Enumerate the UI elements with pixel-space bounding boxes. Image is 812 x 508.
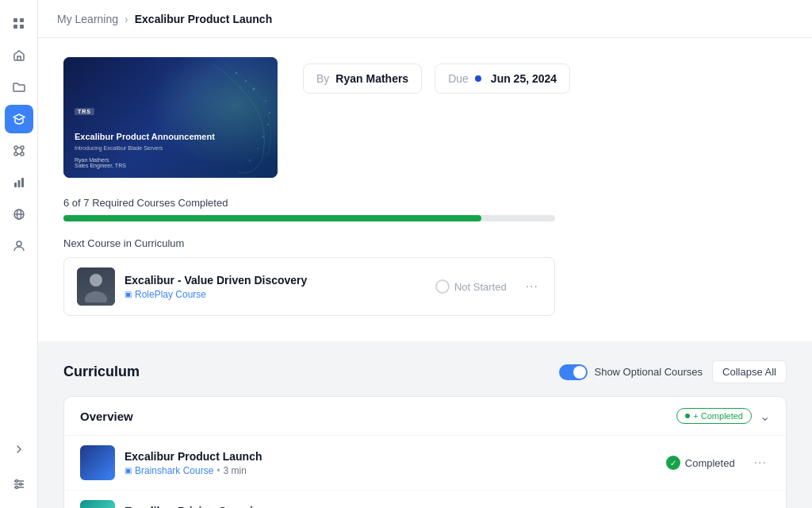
svg-point-18 [15,480,17,483]
svg-point-23 [269,112,270,114]
progress-bar-fill [63,215,481,221]
course-type-icon: ▣ [124,466,132,475]
toggle-knob [573,366,586,379]
sidebar-item-expand[interactable] [5,435,33,464]
dot-separator: • [216,465,220,476]
course-item-title: Excalibur Pricing Overview [124,505,657,509]
course-item[interactable]: Excalibur Pricing Overview ▣ Brainshark … [64,491,786,508]
breadcrumb-separator: › [124,13,128,25]
curriculum-title: Curriculum [63,364,140,380]
sidebar-item-user[interactable] [5,232,33,260]
next-course-info: Excalibur - Value Driven Discovery ▣ Rol… [124,274,426,300]
author-value: Ryan Mathers [335,72,408,85]
status-check-icon: ✓ [666,456,680,470]
next-course-type-label: RolePlay Course [135,289,206,300]
course-item-info: Excalibur Pricing Overview ▣ Brainshark … [124,505,657,509]
thumbnail-title: Excalibur Product Announcement [75,131,266,142]
curriculum-section: Curriculum Show Optional Courses Collaps… [38,341,812,508]
due-dot-icon [475,75,481,82]
thumbnail-subtitle: Introducing Excalibur Blade Servers [75,145,266,151]
header: My Learning › Excalibur Product Launch [38,0,812,38]
svg-rect-10 [21,178,24,187]
course-more-menu[interactable]: ··· [751,452,770,473]
overview-card: Overview + Completed ⌄ Ex [63,396,787,508]
sidebar-item-home[interactable] [5,41,33,70]
breadcrumb-current: Excalibur Product Launch [135,13,272,25]
toggle-switch[interactable] [559,364,588,380]
curriculum-header: Curriculum Show Optional Courses Collaps… [63,360,787,383]
roleplay-icon: ▣ [124,290,132,298]
sidebar-item-learning[interactable] [5,105,33,133]
overview-title: Overview [80,410,133,423]
progress-section: 6 of 7 Required Courses Completed [63,197,787,221]
show-optional-label: Show Optional Courses [594,366,703,378]
svg-point-19 [19,483,21,486]
thumbnail-logo: TRS [75,108,266,115]
course-item-status: ✓ Completed [666,456,741,470]
svg-point-1 [21,146,24,149]
course-duration: 3 min [224,465,247,476]
course-item[interactable]: Excalibur Product Launch ▣ Brainshark Co… [64,436,786,491]
next-course-type: ▣ RolePlay Course [124,289,426,300]
completed-dot [685,414,690,418]
svg-point-2 [14,152,17,156]
thumbnail-author-name: Ryan Mathers [75,157,266,163]
course-type-text: Brainshark Course [135,465,213,476]
completed-badge-text: + Completed [693,411,743,421]
course-thumbnail[interactable]: TRS Excalibur Product Announcement Intro… [63,57,278,178]
top-section: TRS Excalibur Product Announcement Intro… [38,38,812,341]
svg-point-21 [253,88,255,90]
breadcrumb-parent[interactable]: My Learning [57,13,118,25]
due-date-value: Jun 25, 2024 [491,72,557,85]
due-label: Due [448,72,469,85]
course-status-text: Completed [685,457,735,469]
next-course-more-menu[interactable]: ··· [523,276,542,297]
next-course-status: Not Started [435,279,513,294]
collapse-chevron[interactable]: ⌄ [760,409,770,424]
sidebar-item-analytics[interactable] [5,168,33,197]
thumbnail-author-role: Sales Engineer, TRS [75,163,266,168]
svg-rect-8 [14,183,17,187]
svg-point-20 [15,487,17,489]
completed-badge: + Completed [676,408,752,424]
thumbnail-logo-box: TRS [75,108,94,115]
content-area: TRS Excalibur Product Announcement Intro… [38,38,812,508]
next-course-label: Next Course in Curriculum [63,237,787,249]
progress-label: 6 of 7 Required Courses Completed [63,197,787,209]
svg-point-31 [85,291,107,302]
svg-point-14 [17,241,21,246]
svg-point-24 [267,124,269,125]
next-course-card[interactable]: Excalibur - Value Driven Discovery ▣ Rol… [63,257,555,316]
by-label: By [316,72,329,85]
sidebar-item-integrations[interactable] [5,137,33,165]
course-meta: By Ryan Mathers Due Jun 25, 2024 [303,57,570,94]
course-item-thumbnail [80,500,115,508]
curriculum-controls: Show Optional Courses Collapse All [559,360,787,383]
next-course-section: Next Course in Curriculum Excalibur - Va… [63,237,787,316]
sidebar-item-grid[interactable] [5,10,33,38]
course-item-info: Excalibur Product Launch ▣ Brainshark Co… [124,450,657,476]
author-pill: By Ryan Mathers [303,64,422,94]
sidebar-item-globe[interactable] [5,200,33,229]
course-item-title: Excalibur Product Launch [124,450,657,463]
due-pill: Due Jun 25, 2024 [435,64,570,94]
svg-point-27 [236,72,237,74]
sidebar-item-settings[interactable] [5,470,33,498]
show-optional-toggle[interactable]: Show Optional Courses [559,364,703,380]
main-wrapper: My Learning › Excalibur Product Launch [38,0,812,508]
svg-point-30 [90,274,102,287]
overview-controls: + Completed ⌄ [676,408,770,424]
next-course-thumbnail [77,267,115,306]
svg-rect-9 [17,180,20,187]
svg-point-22 [265,100,266,102]
sidebar-item-folder[interactable] [5,73,33,102]
sidebar [0,0,38,508]
svg-point-0 [14,146,17,149]
status-text: Not Started [454,281,507,293]
svg-point-3 [21,152,24,156]
next-course-title: Excalibur - Value Driven Discovery [124,274,426,287]
progress-bar-background [63,215,555,221]
collapse-all-button[interactable]: Collapse All [712,360,787,383]
course-item-meta: ▣ Brainshark Course • 3 min [124,465,657,476]
overview-header: Overview + Completed ⌄ [64,397,786,436]
